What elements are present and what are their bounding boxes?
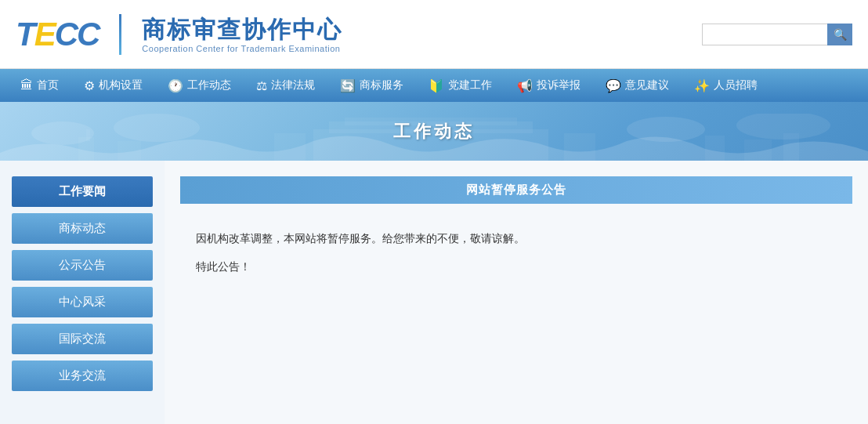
search-button[interactable]: 🔍: [827, 24, 852, 45]
svg-point-14: [736, 114, 830, 140]
home-icon: 🏛: [20, 78, 33, 92]
nav-label-work: 工作动态: [187, 78, 231, 92]
header: TECC 商标审查协作中心 Cooperation Center for Tra…: [0, 0, 868, 69]
party-icon: 🔰: [429, 78, 444, 93]
nav-bar: 🏛 首页 ⚙ 机构设置 🕐 工作动态 ⚖ 法律法规 🔄 商标服务 🔰 党建工作 …: [0, 69, 868, 102]
sidebar-item-trademark-news[interactable]: 商标动态: [12, 213, 153, 244]
nav-label-trademark: 商标服务: [360, 78, 403, 92]
tecc-letter-c1: C: [55, 16, 77, 53]
svg-rect-4: [564, 133, 595, 161]
nav-item-work[interactable]: 🕐 工作动态: [155, 69, 244, 102]
nav-item-home[interactable]: 🏛 首页: [8, 69, 71, 102]
nav-label-org: 机构设置: [99, 78, 143, 92]
svg-point-13: [627, 117, 705, 142]
svg-rect-9: [744, 140, 772, 161]
nav-label-feedback: 意见建议: [625, 78, 669, 92]
banner: 工作动态: [0, 102, 868, 161]
search-input[interactable]: [702, 24, 827, 45]
sidebar-label-announcements: 公示公告: [59, 258, 106, 271]
tecc-letter-t: T: [16, 16, 34, 53]
sidebar-item-biz-exchange[interactable]: 业务交流: [12, 361, 153, 391]
nav-label-party: 党建工作: [448, 78, 492, 92]
notice-title: 网站暂停服务公告: [466, 183, 566, 196]
sidebar: 工作要闻 商标动态 公示公告 中心风采 国际交流 业务交流: [0, 161, 165, 424]
sparkle-icon: ✨: [694, 78, 710, 93]
nav-item-party[interactable]: 🔰 党建工作: [416, 69, 505, 102]
sidebar-label-work-news: 工作要闻: [59, 184, 106, 198]
svg-rect-3: [274, 133, 306, 161]
notice-line-2: 特此公告！: [196, 255, 837, 277]
logo-divider: [119, 14, 121, 55]
gear-icon: ⚙: [84, 78, 95, 93]
main-content: 工作要闻 商标动态 公示公告 中心风采 国际交流 业务交流 网站暂停服务公告 因…: [0, 161, 868, 424]
search-area: 🔍: [702, 24, 852, 45]
nav-label-law: 法律法规: [271, 78, 315, 92]
nav-label-recruit: 人员招聘: [714, 78, 758, 92]
nav-label-complaint: 投诉举报: [537, 78, 580, 92]
search-icon: 🔍: [834, 28, 847, 41]
sidebar-item-announcements[interactable]: 公示公告: [12, 250, 153, 281]
megaphone-icon: 📢: [517, 78, 533, 93]
sidebar-item-center-style[interactable]: 中心风采: [12, 287, 153, 317]
svg-rect-8: [705, 136, 725, 161]
banner-title: 工作动态: [393, 120, 475, 143]
content-area: 网站暂停服务公告 因机构改革调整，本网站将暂停服务。给您带来的不便，敬请谅解。 …: [165, 161, 868, 424]
sidebar-label-trademark-news: 商标动态: [59, 221, 106, 234]
tecc-letter-c2: C: [77, 16, 99, 53]
sidebar-item-work-news[interactable]: 工作要闻: [12, 176, 153, 207]
logo-area: TECC 商标审查协作中心 Cooperation Center for Tra…: [16, 14, 342, 55]
sidebar-label-center-style: 中心风采: [59, 295, 106, 308]
tecc-letter-e: E: [34, 16, 55, 53]
notice-body: 因机构改革调整，本网站将暂停服务。给您带来的不便，敬请谅解。 特此公告！: [180, 219, 852, 292]
nav-item-org[interactable]: ⚙ 机构设置: [71, 69, 155, 102]
svg-point-11: [31, 121, 94, 145]
chat-icon: 💬: [606, 78, 621, 93]
org-name-en: Cooperation Center for Trademark Examina…: [142, 44, 342, 53]
scale-icon: ⚖: [256, 78, 267, 93]
tecc-logo: TECC: [16, 18, 99, 51]
svg-point-12: [114, 114, 200, 142]
clock-icon: 🕐: [168, 78, 183, 93]
notice-line-1: 因机构改革调整，本网站将暂停服务。给您带来的不便，敬请谅解。: [196, 227, 837, 249]
nav-item-trademark[interactable]: 🔄 商标服务: [327, 69, 416, 102]
nav-item-recruit[interactable]: ✨ 人员招聘: [682, 69, 770, 102]
org-name-cn: 商标审查协作中心: [142, 16, 342, 44]
tecc-text: TECC: [16, 18, 99, 51]
nav-item-feedback[interactable]: 💬 意见建议: [593, 69, 682, 102]
sidebar-item-intl-exchange[interactable]: 国际交流: [12, 324, 153, 354]
org-name: 商标审查协作中心 Cooperation Center for Trademar…: [142, 16, 342, 53]
svg-rect-7: [118, 141, 141, 161]
sidebar-label-intl-exchange: 国际交流: [59, 332, 106, 345]
nav-label-home: 首页: [37, 78, 59, 92]
notice-header: 网站暂停服务公告: [180, 176, 852, 204]
nav-item-law[interactable]: ⚖ 法律法规: [244, 69, 327, 102]
refresh-icon: 🔄: [340, 78, 356, 93]
nav-item-complaint[interactable]: 📢 投诉举报: [505, 69, 593, 102]
sidebar-label-biz-exchange: 业务交流: [59, 368, 106, 382]
